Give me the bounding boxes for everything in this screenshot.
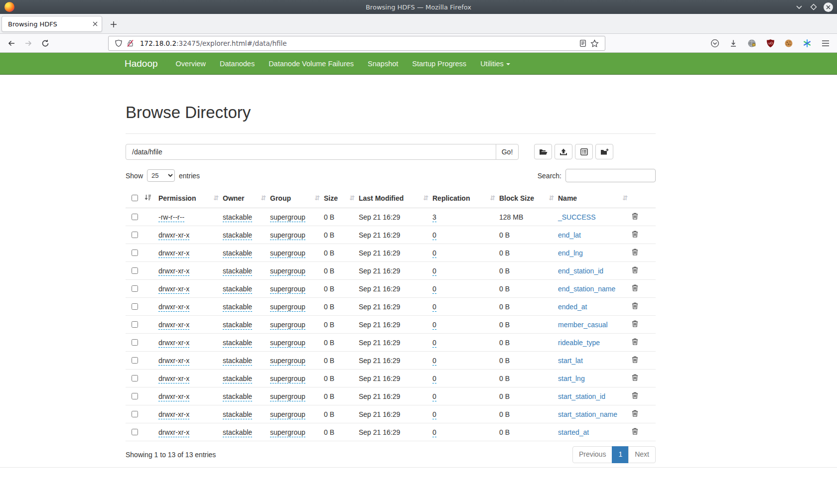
trash-icon[interactable] — [632, 266, 638, 275]
permission-value[interactable]: drwxr-xr-x — [158, 410, 189, 419]
forward-icon[interactable] — [22, 37, 35, 49]
header-group[interactable]: ⇵Group — [270, 188, 324, 208]
sort-icon[interactable]: ⇵ — [213, 194, 219, 202]
pocket-icon[interactable] — [708, 37, 721, 50]
row-checkbox[interactable] — [132, 393, 138, 399]
row-checkbox[interactable] — [132, 250, 138, 256]
permission-value[interactable]: drwxr-xr-x — [158, 339, 189, 348]
upload-button[interactable] — [555, 144, 572, 159]
row-checkbox[interactable] — [132, 339, 138, 346]
owner-value[interactable]: stackable — [223, 428, 252, 437]
folder-open-button[interactable] — [534, 144, 552, 159]
group-value[interactable]: supergroup — [270, 213, 305, 222]
group-value[interactable]: supergroup — [270, 285, 305, 294]
row-checkbox[interactable] — [132, 214, 138, 220]
go-button[interactable]: Go! — [496, 144, 519, 160]
file-link[interactable]: start_lat — [558, 357, 583, 365]
trash-icon[interactable] — [632, 356, 638, 365]
close-icon[interactable] — [823, 2, 833, 12]
permission-value[interactable]: drwxr-xr-x — [158, 285, 189, 294]
trash-icon[interactable] — [632, 374, 638, 382]
trash-icon[interactable] — [632, 284, 638, 293]
new-folder-button[interactable] — [595, 144, 613, 159]
group-value[interactable]: supergroup — [270, 375, 305, 383]
row-checkbox[interactable] — [132, 429, 138, 435]
nav-item-datanode-volume-failures[interactable]: Datanode Volume Failures — [262, 53, 361, 75]
owner-value[interactable]: stackable — [223, 392, 252, 401]
owner-value[interactable]: stackable — [223, 231, 252, 240]
tab-browsing-hdfs[interactable]: Browsing HDFS — [1, 16, 102, 32]
group-value[interactable]: supergroup — [270, 410, 305, 419]
trash-icon[interactable] — [632, 320, 638, 329]
permission-value[interactable]: drwxr-xr-x — [158, 231, 189, 240]
permission-value[interactable]: drwxr-xr-x — [158, 303, 189, 312]
replication-value[interactable]: 0 — [432, 357, 436, 366]
header-block-size[interactable]: ⇵Block Size — [499, 188, 558, 208]
owner-value[interactable]: stackable — [223, 375, 252, 383]
header-replication[interactable]: ⇵Replication — [432, 188, 499, 208]
file-link[interactable]: member_casual — [558, 321, 608, 329]
trash-icon[interactable] — [632, 231, 638, 239]
owner-value[interactable]: stackable — [223, 410, 252, 419]
nav-item-overview[interactable]: Overview — [169, 53, 213, 75]
owner-value[interactable]: stackable — [223, 321, 252, 330]
file-link[interactable]: end_lng — [558, 249, 583, 257]
replication-value[interactable]: 0 — [432, 303, 436, 312]
row-checkbox[interactable] — [132, 232, 138, 238]
cookie-extension-icon[interactable] — [782, 37, 795, 50]
trash-icon[interactable] — [632, 249, 638, 257]
maximize-icon[interactable] — [809, 2, 819, 12]
reload-icon[interactable] — [39, 37, 52, 49]
group-value[interactable]: supergroup — [270, 392, 305, 401]
row-checkbox[interactable] — [132, 321, 138, 328]
privacy-extension-icon[interactable] — [745, 37, 758, 50]
sort-icon[interactable]: ⇵ — [314, 194, 320, 202]
group-value[interactable]: supergroup — [270, 249, 305, 258]
menu-icon[interactable] — [819, 37, 832, 50]
group-value[interactable]: supergroup — [270, 321, 305, 330]
owner-value[interactable]: stackable — [223, 303, 252, 312]
group-value[interactable]: supergroup — [270, 339, 305, 348]
pagination-page-1[interactable]: 1 — [612, 446, 629, 463]
sort-icon[interactable]: ⇵ — [261, 194, 266, 202]
sort-icon[interactable]: ⇵ — [423, 194, 428, 202]
row-checkbox[interactable] — [132, 303, 138, 310]
file-link[interactable]: start_station_name — [558, 410, 617, 418]
quota-list-button[interactable] — [575, 144, 593, 159]
path-input[interactable] — [126, 144, 496, 160]
trash-icon[interactable] — [632, 213, 638, 221]
owner-value[interactable]: stackable — [223, 339, 252, 348]
replication-value[interactable]: 0 — [432, 410, 436, 419]
group-value[interactable]: supergroup — [270, 267, 305, 276]
reader-mode-icon[interactable] — [579, 39, 586, 47]
group-value[interactable]: supergroup — [270, 357, 305, 366]
insecure-lock-icon[interactable] — [127, 39, 134, 47]
nav-item-datanodes[interactable]: Datanodes — [213, 53, 262, 75]
replication-value[interactable]: 0 — [432, 428, 436, 437]
group-value[interactable]: supergroup — [270, 303, 305, 312]
permission-value[interactable]: drwxr-xr-x — [158, 357, 189, 366]
file-link[interactable]: end_station_name — [558, 285, 615, 293]
permission-value[interactable]: drwxr-xr-x — [158, 392, 189, 401]
group-value[interactable]: supergroup — [270, 231, 305, 240]
search-input[interactable] — [565, 169, 656, 182]
trash-icon[interactable] — [632, 302, 638, 311]
replication-value[interactable]: 0 — [432, 321, 436, 330]
replication-value[interactable]: 0 — [432, 339, 436, 348]
permission-value[interactable]: drwxr-xr-x — [158, 375, 189, 383]
header-size[interactable]: ⇵Size — [324, 188, 359, 208]
trash-icon[interactable] — [632, 392, 638, 400]
select-all-checkbox[interactable] — [132, 195, 138, 201]
trash-icon[interactable] — [632, 410, 638, 418]
page-size-select[interactable]: 25 — [147, 169, 175, 182]
owner-value[interactable]: stackable — [223, 213, 252, 222]
owner-value[interactable]: stackable — [223, 249, 252, 258]
header-permission[interactable]: ⇵Permission — [158, 188, 223, 208]
file-link[interactable]: ended_at — [558, 303, 587, 311]
replication-value[interactable]: 0 — [432, 249, 436, 258]
header-owner[interactable]: ⇵Owner — [223, 188, 270, 208]
tab-close-icon[interactable] — [93, 21, 98, 26]
permission-value[interactable]: drwxr-xr-x — [158, 321, 189, 330]
trash-icon[interactable] — [632, 338, 638, 347]
replication-value[interactable]: 0 — [432, 375, 436, 383]
